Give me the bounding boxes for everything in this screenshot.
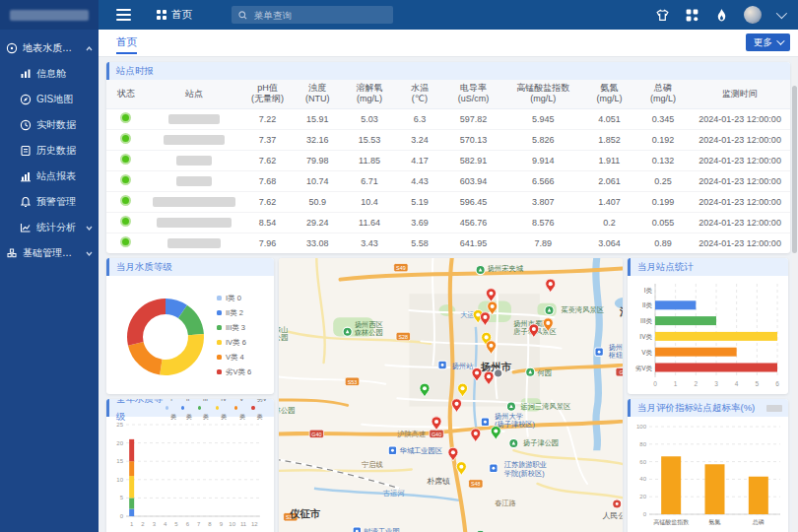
user-menu-chevron-icon[interactable] (776, 8, 787, 19)
legend-item[interactable]: IV类 6 (217, 335, 251, 350)
table-row[interactable]: 7.6279.9811.854.17582.919.9141.9110.1322… (106, 150, 790, 170)
exceed-bar-高锰酸盐指数[interactable] (661, 456, 681, 514)
table-row[interactable]: 7.6810.746.714.43603.946.5662.0610.25202… (106, 170, 790, 191)
table-cell: 0.055 (636, 212, 691, 233)
district-poi-icon[interactable] (613, 499, 622, 508)
gis-map[interactable]: S49S28S53G40G40S48G2S19S35S48茱萸湾风景区扬州市蜀冈… (279, 258, 623, 532)
table-cell: 5.19 (396, 191, 442, 212)
svg-text:10: 10 (116, 477, 123, 483)
svg-text:3: 3 (714, 380, 718, 387)
legend-item[interactable]: III类 3 (217, 320, 251, 335)
generic-poi-icon[interactable] (494, 369, 501, 377)
main-content: 站点时报 状态站点pH值(无量纲)浊度(NTU)溶解氧(mg/L)水温(℃)电导… (99, 56, 798, 532)
hbar-劣V类[interactable] (655, 364, 777, 372)
flame-icon[interactable] (714, 8, 729, 23)
park-poi-icon[interactable] (343, 327, 352, 336)
sidebar-item-station-report[interactable]: 站点报表 (0, 164, 99, 189)
sidebar-item-statistics[interactable]: 统计分析 (0, 215, 99, 240)
table-cell: 5.03 (343, 108, 397, 129)
svg-text:4: 4 (735, 380, 739, 387)
user-avatar[interactable] (744, 6, 762, 24)
hbar-V类[interactable] (655, 348, 737, 357)
hbar-IV类[interactable] (655, 332, 777, 341)
park-poi-icon[interactable] (545, 305, 554, 314)
exceed-bar-氨氮[interactable] (705, 464, 725, 514)
sidebar-item-realtime-data[interactable]: 实时数据 (0, 112, 99, 138)
transit-poi-icon[interactable] (353, 527, 361, 532)
table-cell: 7.37 (242, 129, 293, 150)
sidebar-group-base-management[interactable]: 基础管理系统 (0, 240, 99, 266)
legend-item[interactable]: II类 2 (217, 305, 251, 320)
map-label: 扬州站 (452, 362, 474, 370)
hamburger-menu-icon[interactable] (116, 6, 131, 24)
menu-search-input[interactable] (252, 9, 374, 22)
stack-V类[interactable] (129, 461, 134, 476)
table-row[interactable]: 7.3732.1615.533.24570.135.8261.8520.1922… (106, 129, 790, 150)
map-label: 春江路 (495, 499, 516, 507)
station-report-panel: 站点时报 状态站点pH值(无量纲)浊度(NTU)溶解氧(mg/L)水温(℃)电导… (106, 62, 790, 253)
stack-IV类[interactable] (129, 476, 134, 498)
tab-home[interactable]: 首页 (116, 30, 137, 54)
transit-poi-icon[interactable] (595, 348, 603, 356)
road-shield: G2 (616, 367, 623, 375)
stack-劣V类[interactable] (129, 439, 134, 461)
status-ok-dot (120, 133, 131, 144)
table-row[interactable]: 7.2215.915.036.3597.825.9454.0510.345202… (106, 108, 790, 129)
table-cell: 0.199 (636, 191, 691, 212)
logo-redacted (10, 10, 89, 21)
map-label: 古运河 (383, 489, 405, 498)
breadcrumb[interactable]: 首页 (157, 8, 192, 22)
legend-item[interactable]: 劣V类 6 (217, 365, 251, 379)
table-cell: 7.96 (242, 233, 293, 253)
sidebar-item-alert-management[interactable]: 预警管理 (0, 189, 99, 215)
hbar-III类[interactable] (655, 316, 716, 325)
table-row[interactable]: 8.5429.2411.643.69456.768.5760.20.055202… (106, 212, 790, 233)
tabs-more-button[interactable]: 更多 (746, 33, 790, 51)
menu-search[interactable] (232, 6, 393, 24)
chevron-down-icon (86, 226, 93, 231)
station-name-redacted (176, 156, 212, 166)
transit-poi-icon[interactable] (481, 418, 489, 426)
transit-poi-icon[interactable] (490, 464, 498, 472)
donut-segment-劣V类[interactable] (127, 299, 166, 346)
scrollbar-thumb[interactable] (792, 86, 797, 253)
svg-text:V类: V类 (641, 349, 652, 356)
table-cell: 9.914 (503, 150, 582, 170)
svg-text:1: 1 (674, 380, 678, 387)
table-row[interactable]: 7.6250.910.45.19596.453.8071.4070.199202… (106, 191, 790, 212)
status-ok-dot (120, 112, 131, 123)
page-scrollbar[interactable] (792, 56, 797, 532)
theme-shirt-icon[interactable] (655, 8, 670, 23)
legend-item[interactable]: V类 4 (217, 350, 251, 365)
legend-item[interactable]: I类 0 (217, 291, 251, 305)
sidebar-item-gis-map[interactable]: GIS地图 (0, 87, 99, 112)
sidebar-group-surface-water-system[interactable]: 地表水质量监测系统 (0, 35, 99, 61)
donut-segment-V类[interactable] (128, 342, 163, 374)
stack-II类[interactable] (129, 509, 134, 516)
svg-text:100: 100 (636, 424, 647, 430)
sidebar-item-history-data[interactable]: 历史数据 (0, 138, 99, 164)
monitor-system-icon (6, 42, 18, 54)
sidebar-item-info-hub[interactable]: 信息舱 (0, 61, 99, 87)
column-header: 站点 (146, 80, 242, 108)
sidebar-item-label: 历史数据 (36, 144, 93, 158)
park-poi-icon[interactable] (476, 265, 485, 274)
chevron-down-icon (86, 251, 93, 256)
transit-poi-icon[interactable] (438, 361, 446, 368)
park-poi-icon[interactable] (509, 438, 518, 447)
hbar-II类[interactable] (655, 300, 696, 309)
map-label: (扬子津校区) (495, 420, 535, 429)
table-row[interactable]: 7.9633.083.435.58641.957.893.0640.892024… (106, 233, 790, 253)
layout-components-icon[interactable] (685, 8, 699, 23)
svg-text:20: 20 (116, 440, 123, 446)
donut-segment-IV类[interactable] (160, 334, 204, 375)
stack-III类[interactable] (129, 498, 134, 508)
station-name-redacted (164, 135, 225, 145)
park-poi-icon[interactable] (506, 402, 515, 411)
map-label: 朴席镇 (426, 477, 450, 486)
exceed-bar-总磷[interactable] (749, 477, 768, 514)
park-poi-icon[interactable] (526, 367, 535, 376)
table-cell: 11.85 (343, 150, 397, 170)
transit-poi-icon[interactable] (388, 446, 396, 454)
road-shield: G40 (309, 430, 323, 437)
